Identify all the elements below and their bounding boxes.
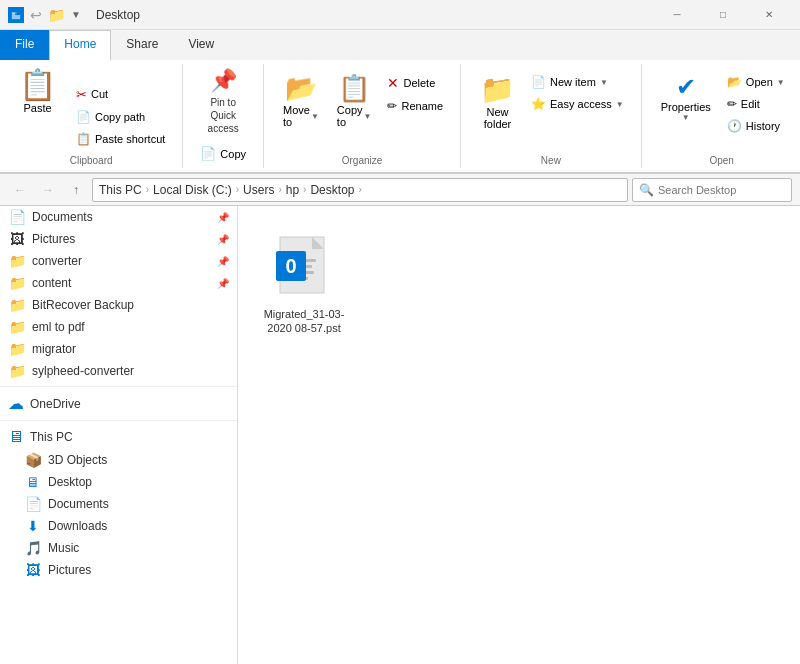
sidebar-item-label: Pictures [48,563,229,577]
open-button[interactable]: 📂 Open ▼ [722,72,790,92]
cut-icon: ✂ [76,87,87,102]
path-segment-localdisk[interactable]: Local Disk (C:) [153,183,232,197]
sidebar-item-3dobjects[interactable]: 📦 3D Objects [0,449,237,471]
folder-icon: 📁 [48,7,64,23]
ribbon: File Home Share View 📋 Paste ✂ Cut 📄 Co [0,30,800,174]
sidebar-item-label: Pictures [32,232,211,246]
folder-icon: 📁 [8,341,26,357]
new-group-label: New [461,155,641,166]
path-segment-desktop[interactable]: Desktop [310,183,354,197]
move-chevron-icon: ▼ [311,112,319,121]
copy-to-button[interactable]: 📋 Copy to ▼ [330,68,379,133]
sidebar-item-pictures-thispc[interactable]: 🖼 Pictures [0,559,237,581]
pin-label: Pin to Quickaccess [199,96,247,135]
sidebar-item-label: Documents [48,497,229,511]
sidebar-item-eml-to-pdf[interactable]: 📁 eml to pdf [0,316,237,338]
open-label: Open [746,76,773,88]
clipboard-group-label: Clipboard [0,155,182,166]
path-arrow-4: › [303,184,306,195]
ribbon-tab-bar: File Home Share View [0,30,800,60]
path-segment-hp[interactable]: hp [286,183,299,197]
move-to-icon: 📂 [285,73,317,104]
tab-share[interactable]: Share [111,30,173,60]
sidebar-item-converter[interactable]: 📁 converter 📌 [0,250,237,272]
sidebar-item-documents-pinned[interactable]: 📄 Documents 📌 [0,206,237,228]
paste-button[interactable]: 📋 Paste [12,64,63,117]
copy-to-chevron-icon: ▼ [364,112,372,121]
pin-indicator-icon: 📌 [217,278,229,289]
properties-button[interactable]: ✔ Properties ▼ [654,68,718,127]
rename-button[interactable]: ✏ Rename [382,96,448,116]
search-input[interactable] [658,184,785,196]
sidebar-item-label: content [32,276,211,290]
sidebar-item-documents-thispc[interactable]: 📄 Documents [0,493,237,515]
edit-button[interactable]: ✏ Edit [722,94,790,114]
copy-button[interactable]: 📄 Copy [195,143,251,164]
pin-group: 📌 Pin to Quickaccess 📄 Copy [183,64,264,168]
sidebar-item-label: converter [32,254,211,268]
tab-view[interactable]: View [173,30,229,60]
copy-path-label: Copy path [95,111,145,123]
easy-access-button[interactable]: ⭐ Easy access ▼ [526,94,629,114]
address-bar: ← → ↑ This PC › Local Disk (C:) › Users … [0,174,800,206]
copy-to-icon: 📋 [338,73,370,104]
sidebar-item-onedrive[interactable]: ☁ OneDrive [0,391,237,416]
address-path[interactable]: This PC › Local Disk (C:) › Users › hp ›… [92,178,628,202]
sidebar-item-sylpheed[interactable]: 📁 sylpheed-converter [0,360,237,382]
new-folder-icon: 📁 [480,73,515,106]
copy-path-button[interactable]: 📄 Copy path [71,107,170,127]
back-button: ← [8,178,32,202]
paste-shortcut-button[interactable]: 📋 Paste shortcut [71,129,170,149]
delete-icon: ✕ [387,75,399,91]
sidebar-item-desktop[interactable]: 🖥 Desktop [0,471,237,493]
minimize-button[interactable]: ─ [654,0,700,30]
easy-access-chevron-icon: ▼ [616,100,624,109]
tab-file[interactable]: File [0,30,49,60]
documents-icon: 📄 [8,209,26,225]
undo-icon[interactable]: ↩ [28,7,44,23]
3dobjects-icon: 📦 [24,452,42,468]
downloads-icon: ⬇ [24,518,42,534]
dropdown-arrow-icon[interactable]: ▼ [68,7,84,23]
sidebar-item-migrator[interactable]: 📁 migrator [0,338,237,360]
search-icon: 🔍 [639,183,654,197]
svg-rect-2 [12,12,17,13]
move-to-button[interactable]: 📂 Move to ▼ [276,68,326,133]
paste-icon: 📋 [19,67,56,102]
maximize-button[interactable]: □ [700,0,746,30]
sidebar-item-label: 3D Objects [48,453,229,467]
new-item-button[interactable]: 📄 New item ▼ [526,72,629,92]
pictures-icon: 🖼 [8,231,26,247]
file-icon: 0 [268,231,340,303]
search-box[interactable]: 🔍 [632,178,792,202]
delete-button[interactable]: ✕ Delete [382,72,448,94]
content-area: 0 Migrated_31-03-2020 08-57.pst [238,206,800,664]
path-segment-users[interactable]: Users [243,183,274,197]
sidebar-item-label: Documents [32,210,211,224]
path-segment-thispc[interactable]: This PC [99,183,142,197]
new-folder-button[interactable]: 📁 New folder [473,68,522,135]
title-bar: ↩ 📁 ▼ Desktop ─ □ ✕ [0,0,800,30]
music-icon: 🎵 [24,540,42,556]
thispc-icon: 🖥 [8,428,24,446]
file-item-pst[interactable]: 0 Migrated_31-03-2020 08-57.pst [254,222,354,345]
new-group: 📁 New folder 📄 New item ▼ ⭐ Easy access … [461,64,642,168]
sidebar-item-content[interactable]: 📁 content 📌 [0,272,237,294]
open-group: ✔ Properties ▼ 📂 Open ▼ ✏ Edit 🕐 [642,64,800,168]
window-controls: ─ □ ✕ [654,0,792,30]
up-button[interactable]: ↑ [64,178,88,202]
folder-icon: 📁 [8,253,26,269]
sidebar-item-thispc[interactable]: 🖥 This PC [0,425,237,449]
sidebar-item-music[interactable]: 🎵 Music [0,537,237,559]
sidebar-item-label: Music [48,541,229,555]
cut-button[interactable]: ✂ Cut [71,84,170,105]
sidebar-item-pictures-pinned[interactable]: 🖼 Pictures 📌 [0,228,237,250]
sidebar-divider-2 [0,420,237,421]
tab-home[interactable]: Home [49,30,111,61]
sidebar-item-bitrecover[interactable]: 📁 BitRecover Backup [0,294,237,316]
pin-to-quick-access-button[interactable]: 📌 Pin to Quickaccess [191,64,255,139]
close-button[interactable]: ✕ [746,0,792,30]
history-button[interactable]: 🕐 History [722,116,790,136]
paste-shortcut-icon: 📋 [76,132,91,146]
sidebar-item-downloads[interactable]: ⬇ Downloads [0,515,237,537]
